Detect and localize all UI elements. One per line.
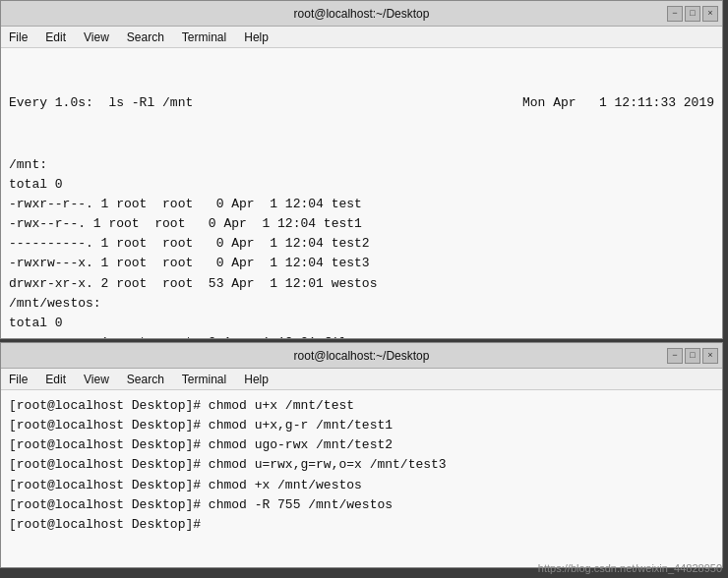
bottom-window-title: root@localhost:~/Desktop [294, 349, 430, 363]
top-line-7: drwxr-xr-x. 2 root root 53 Apr 1 12:01 w… [9, 274, 714, 294]
bottom-maximize-button[interactable]: □ [685, 348, 700, 364]
bottom-title-bar: root@localhost:~/Desktop − □ × [1, 343, 722, 369]
bottom-line-6: [root@localhost Desktop]# [9, 515, 714, 535]
bottom-line-3: [root@localhost Desktop]# chmod u=rwx,g=… [9, 455, 714, 475]
bottom-terminal-window: root@localhost:~/Desktop − □ × File Edit… [0, 342, 723, 568]
top-menu-bar: File Edit View Search Terminal Help [1, 27, 722, 48]
top-menu-search[interactable]: Search [123, 30, 168, 44]
top-window-controls[interactable]: − □ × [667, 6, 718, 22]
watch-header: Every 1.0s: ls -Rl /mnt Mon Apr 1 12:11:… [9, 93, 714, 113]
bottom-minimize-button[interactable]: − [667, 348, 683, 364]
top-close-button[interactable]: × [702, 6, 718, 22]
top-menu-terminal[interactable]: Terminal [178, 30, 230, 44]
top-line-4: -rwx--r--. 1 root root 0 Apr 1 12:04 tes… [9, 214, 714, 234]
bottom-close-button[interactable]: × [702, 348, 718, 364]
top-terminal-content: Every 1.0s: ls -Rl /mnt Mon Apr 1 12:11:… [1, 48, 722, 338]
bottom-menu-file[interactable]: File [5, 373, 31, 386]
bottom-line-2: [root@localhost Desktop]# chmod ugo-rwx … [9, 435, 714, 455]
bottom-line-4: [root@localhost Desktop]# chmod +x /mnt/… [9, 476, 714, 495]
top-line-9: /mnt/westos: [9, 294, 714, 314]
watch-command: Every 1.0s: ls -Rl /mnt [9, 93, 193, 113]
top-menu-edit[interactable]: Edit [41, 30, 70, 44]
watermark: https://blog.csdn.net/weixin_44828950 [538, 562, 722, 574]
top-menu-file[interactable]: File [5, 30, 31, 44]
bottom-window-controls[interactable]: − □ × [667, 348, 718, 364]
bottom-menu-view[interactable]: View [80, 373, 113, 386]
bottom-menu-terminal[interactable]: Terminal [178, 373, 230, 386]
top-maximize-button[interactable]: □ [685, 6, 700, 22]
top-line-6: -rwxrw---x. 1 root root 0 Apr 1 12:04 te… [9, 254, 714, 273]
top-terminal-window: root@localhost:~/Desktop − □ × File Edit… [0, 0, 723, 339]
top-output-lines: /mnt:total 0-rwxr--r--. 1 root root 0 Ap… [9, 155, 714, 338]
top-line-1: /mnt: [9, 155, 714, 175]
top-line-10: total 0 [9, 314, 714, 333]
bottom-menu-help[interactable]: Help [240, 373, 273, 386]
bottom-menu-edit[interactable]: Edit [41, 373, 70, 386]
top-window-title: root@localhost:~/Desktop [294, 7, 430, 21]
bottom-line-1: [root@localhost Desktop]# chmod u+x,g-r … [9, 416, 714, 435]
top-menu-help[interactable]: Help [240, 30, 273, 44]
bottom-terminal-content: [root@localhost Desktop]# chmod u+x /mnt… [1, 390, 722, 567]
top-minimize-button[interactable]: − [667, 6, 683, 22]
bottom-menu-search[interactable]: Search [123, 373, 168, 386]
bottom-menu-bar: File Edit View Search Terminal Help [1, 369, 722, 390]
bottom-line-0: [root@localhost Desktop]# chmod u+x /mnt… [9, 396, 714, 416]
top-title-bar: root@localhost:~/Desktop − □ × [1, 1, 722, 27]
top-menu-view[interactable]: View [80, 30, 113, 44]
top-line-3: -rwxr--r--. 1 root root 0 Apr 1 12:04 te… [9, 195, 714, 214]
top-line-2: total 0 [9, 175, 714, 195]
bottom-line-5: [root@localhost Desktop]# chmod -R 755 /… [9, 495, 714, 515]
top-line-5: ----------. 1 root root 0 Apr 1 12:04 te… [9, 234, 714, 254]
watch-timestamp: Mon Apr 1 12:11:33 2019 [522, 93, 714, 113]
top-line-11: -rwxr-xr-x. 1 root root 0 Apr 1 12:01 fi… [9, 333, 714, 338]
